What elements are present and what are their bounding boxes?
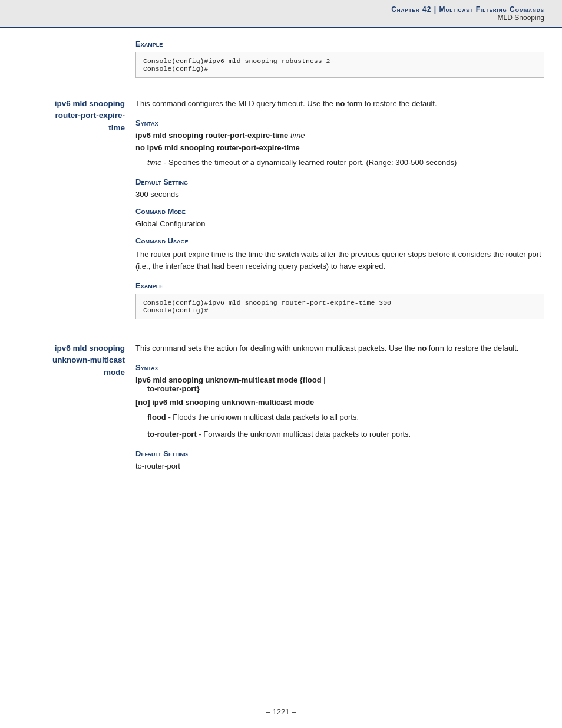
section1: ipv6 mld snooping router-port-expire- ti… (18, 98, 544, 322)
section2-param1: flood - Floods the unknown multicast dat… (147, 411, 544, 424)
top-example-right: Example Console(config)#ipv6 mld snoopin… (135, 39, 544, 80)
page: Chapter 42 | Multicast Filtering Command… (0, 0, 562, 728)
section2-cmd-title: ipv6 mld snooping unknown-multicast mode (18, 342, 125, 378)
section1-syntax-label: Syntax (135, 118, 544, 127)
header-right: Chapter 42 | Multicast Filtering Command… (391, 5, 544, 22)
section1-default-value: 300 seconds (135, 190, 544, 199)
top-example-section: Example Console(config)#ipv6 mld snoopin… (18, 39, 544, 80)
section1-right: This command configures the MLD query ti… (135, 98, 544, 322)
section1-example-label: Example (135, 281, 544, 290)
page-footer: – 1221 – (0, 707, 562, 716)
section1-cmd-usage-label: Command Usage (135, 236, 544, 245)
section2-syntax: Syntax ipv6 mld snooping unknown-multica… (135, 363, 544, 441)
section2-syntax2: [no] ipv6 mld snooping unknown-multicast… (135, 398, 544, 407)
section1-example-code: Console(config)#ipv6 mld snooping router… (135, 294, 544, 319)
section1-syntax: Syntax ipv6 mld snooping router-port-exp… (135, 118, 544, 169)
section2-default-label: Default Setting (135, 449, 544, 458)
section2-default-value: to-router-port (135, 462, 544, 470)
section1-default: Default Setting 300 seconds (135, 177, 544, 199)
section1-syntax2: no ipv6 mld snooping router-port-expire-… (135, 143, 544, 152)
section1-cmd-usage: Command Usage The router port expire tim… (135, 236, 544, 274)
section1-example: Example Console(config)#ipv6 mld snoopin… (135, 281, 544, 319)
section1-left: ipv6 mld snooping router-port-expire- ti… (18, 98, 135, 322)
header-subtitle: MLD Snooping (391, 14, 544, 22)
section1-cmd-title: ipv6 mld snooping router-port-expire- ti… (18, 98, 125, 134)
content: Example Console(config)#ipv6 mld snoopin… (0, 39, 562, 470)
section1-desc: This command configures the MLD query ti… (135, 98, 544, 110)
header-chapter: Chapter 42 | Multicast Filtering Command… (391, 5, 544, 14)
section2-syntax-label: Syntax (135, 363, 544, 372)
top-example-code: Console(config)#ipv6 mld snooping robust… (135, 52, 544, 78)
section1-cmd-usage-text: The router port expire time is the time … (135, 249, 544, 274)
top-example-label: Example (135, 39, 544, 48)
section1-cmd-mode: Command Mode Global Configuration (135, 207, 544, 228)
section2-param2: to-router-port - Forwards the unknown mu… (147, 429, 544, 441)
section1-default-label: Default Setting (135, 177, 544, 186)
section2-default: Default Setting to-router-port (135, 449, 544, 470)
section2-right: This command sets the action for dealing… (135, 342, 544, 470)
page-number: – 1221 – (266, 707, 296, 716)
page-header: Chapter 42 | Multicast Filtering Command… (0, 0, 562, 28)
section2-left: ipv6 mld snooping unknown-multicast mode (18, 342, 135, 470)
top-example-left (18, 39, 135, 80)
section1-syntax1: ipv6 mld snooping router-port-expire-tim… (135, 131, 544, 140)
section2-syntax1: ipv6 mld snooping unknown-multicast mode… (135, 375, 544, 393)
section1-cmd-mode-value: Global Configuration (135, 219, 544, 228)
section2: ipv6 mld snooping unknown-multicast mode… (18, 342, 544, 470)
section2-desc: This command sets the action for dealing… (135, 342, 544, 355)
section1-cmd-mode-label: Command Mode (135, 207, 544, 216)
section1-param: time - Specifies the timeout of a dynami… (147, 157, 544, 169)
